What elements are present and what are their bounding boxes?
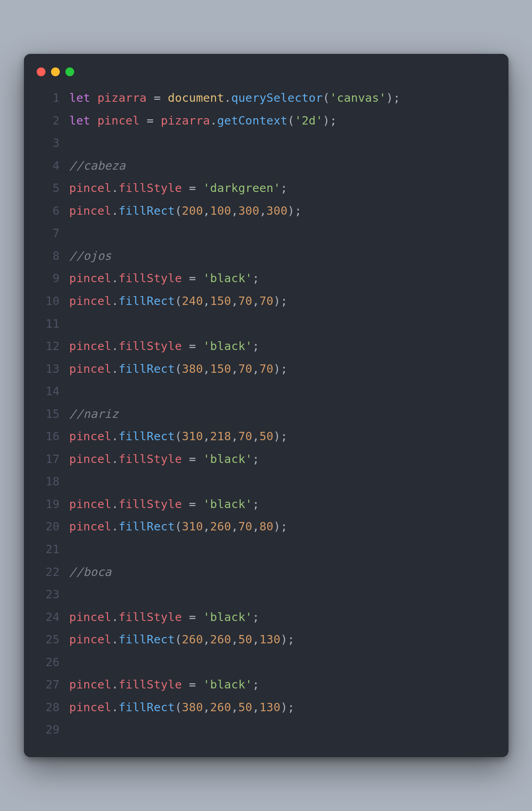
line-number: 9 <box>36 267 69 290</box>
code-line: 27pincel.fillStyle = 'black'; <box>36 673 497 696</box>
close-icon[interactable] <box>37 67 45 76</box>
code-line: 25pincel.fillRect(260,260,50,130); <box>36 628 497 651</box>
code-line: 3 <box>36 132 497 154</box>
line-content: //boca <box>69 561 112 584</box>
code-line: 29 <box>36 718 497 741</box>
line-number: 10 <box>36 290 69 313</box>
line-content: pincel.fillStyle = 'black'; <box>69 606 260 629</box>
code-line: 28pincel.fillRect(380,260,50,130); <box>36 696 497 719</box>
line-content <box>69 718 77 741</box>
line-content <box>69 132 77 154</box>
code-line: 21 <box>36 538 497 561</box>
code-line: 8//ojos <box>36 245 497 267</box>
code-line: 7 <box>36 222 497 245</box>
line-number: 22 <box>36 561 69 584</box>
line-number: 8 <box>36 245 69 267</box>
code-line: 17pincel.fillStyle = 'black'; <box>36 448 497 471</box>
line-number: 19 <box>36 493 69 516</box>
window-traffic-lights <box>36 66 497 87</box>
line-content: //ojos <box>69 245 112 267</box>
code-line: 10pincel.fillRect(240,150,70,70); <box>36 290 497 313</box>
line-number: 23 <box>36 583 69 606</box>
line-content: let pincel = pizarra.getContext('2d'); <box>69 109 337 132</box>
code-window: 1let pizarra = document.querySelector('c… <box>24 54 508 757</box>
code-line: 15//nariz <box>36 403 497 425</box>
code-line: 6pincel.fillRect(200,100,300,300); <box>36 200 497 222</box>
line-number: 28 <box>36 696 69 719</box>
line-content: pincel.fillRect(380,150,70,70); <box>69 358 288 380</box>
line-number: 26 <box>36 651 69 674</box>
code-line: 23 <box>36 583 497 606</box>
line-content <box>69 222 77 245</box>
code-line: 2let pincel = pizarra.getContext('2d'); <box>36 109 497 132</box>
line-content <box>69 380 77 403</box>
line-number: 15 <box>36 403 69 425</box>
code-line: 1let pizarra = document.querySelector('c… <box>36 87 497 109</box>
line-content: pincel.fillStyle = 'black'; <box>69 335 260 358</box>
line-content: pincel.fillStyle = 'black'; <box>69 673 260 696</box>
line-content <box>69 651 77 674</box>
code-line: 14 <box>36 380 497 403</box>
line-number: 24 <box>36 606 69 629</box>
line-number: 4 <box>36 154 69 177</box>
line-number: 29 <box>36 718 69 741</box>
code-line: 12pincel.fillStyle = 'black'; <box>36 335 497 358</box>
code-line: 11 <box>36 313 497 335</box>
line-content <box>69 313 77 335</box>
line-number: 7 <box>36 222 69 245</box>
line-number: 3 <box>36 132 69 154</box>
code-line: 20pincel.fillRect(310,260,70,80); <box>36 515 497 538</box>
line-content: pincel.fillStyle = 'black'; <box>69 267 260 290</box>
line-content: //nariz <box>69 403 119 425</box>
line-content: pincel.fillRect(380,260,50,130); <box>69 696 295 719</box>
line-content: pincel.fillRect(310,260,70,80); <box>69 515 288 538</box>
line-content: pincel.fillRect(310,218,70,50); <box>69 425 288 448</box>
code-line: 5pincel.fillStyle = 'darkgreen'; <box>36 177 497 200</box>
minimize-icon[interactable] <box>51 67 60 76</box>
line-content: let pizarra = document.querySelector('ca… <box>69 87 400 109</box>
line-number: 18 <box>36 470 69 493</box>
line-content: pincel.fillRect(260,260,50,130); <box>69 628 295 651</box>
line-content <box>69 470 77 493</box>
code-line: 16pincel.fillRect(310,218,70,50); <box>36 425 497 448</box>
line-content <box>69 538 77 561</box>
line-content <box>69 583 77 606</box>
line-content: pincel.fillRect(240,150,70,70); <box>69 290 288 313</box>
code-line: 4//cabeza <box>36 154 497 177</box>
line-number: 17 <box>36 448 69 471</box>
code-line: 26 <box>36 651 497 674</box>
line-number: 1 <box>36 87 69 109</box>
line-number: 25 <box>36 628 69 651</box>
line-content: pincel.fillStyle = 'black'; <box>69 493 260 516</box>
code-line: 19pincel.fillStyle = 'black'; <box>36 493 497 516</box>
code-line: 13pincel.fillRect(380,150,70,70); <box>36 358 497 380</box>
line-content: pincel.fillRect(200,100,300,300); <box>69 200 302 222</box>
code-line: 9pincel.fillStyle = 'black'; <box>36 267 497 290</box>
code-line: 22//boca <box>36 561 497 584</box>
line-number: 13 <box>36 358 69 380</box>
line-number: 6 <box>36 200 69 222</box>
line-number: 16 <box>36 425 69 448</box>
zoom-icon[interactable] <box>65 67 74 76</box>
code-line: 18 <box>36 470 497 493</box>
code-editor[interactable]: 1let pizarra = document.querySelector('c… <box>36 87 497 741</box>
line-content: pincel.fillStyle = 'darkgreen'; <box>69 177 288 200</box>
line-content: pincel.fillStyle = 'black'; <box>69 448 260 471</box>
line-number: 27 <box>36 673 69 696</box>
line-content: //cabeza <box>69 154 126 177</box>
line-number: 12 <box>36 335 69 358</box>
code-line: 24pincel.fillStyle = 'black'; <box>36 606 497 629</box>
line-number: 5 <box>36 177 69 200</box>
line-number: 20 <box>36 515 69 538</box>
line-number: 21 <box>36 538 69 561</box>
line-number: 11 <box>36 313 69 335</box>
line-number: 2 <box>36 109 69 132</box>
line-number: 14 <box>36 380 69 403</box>
